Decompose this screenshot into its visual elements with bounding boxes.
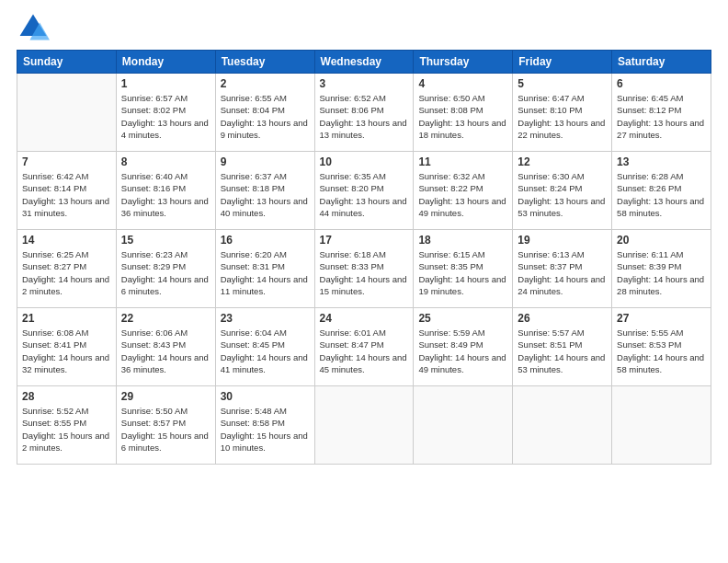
calendar-cell: 10 Sunrise: 6:35 AMSunset: 8:20 PMDaylig… [314, 152, 414, 230]
day-info: Sunrise: 6:18 AMSunset: 8:33 PMDaylight:… [320, 249, 407, 296]
calendar-cell: 5 Sunrise: 6:47 AMSunset: 8:10 PMDayligh… [513, 74, 612, 152]
day-number: 9 [221, 155, 310, 168]
day-info: Sunrise: 6:25 AMSunset: 8:27 PMDaylight:… [22, 249, 109, 296]
day-info: Sunrise: 5:50 AMSunset: 8:57 PMDaylight:… [121, 406, 209, 453]
day-info: Sunrise: 6:28 AMSunset: 8:26 PMDaylight:… [617, 171, 704, 218]
calendar-cell: 23 Sunrise: 6:04 AMSunset: 8:45 PMDaylig… [215, 308, 314, 386]
day-info: Sunrise: 6:08 AMSunset: 8:41 PMDaylight:… [22, 327, 109, 374]
day-info: Sunrise: 6:37 AMSunset: 8:18 PMDaylight:… [221, 171, 308, 218]
day-info: Sunrise: 6:32 AMSunset: 8:22 PMDaylight:… [418, 171, 506, 218]
calendar-week-row: 1 Sunrise: 6:57 AMSunset: 8:02 PMDayligh… [17, 74, 711, 152]
day-header: Friday [513, 51, 612, 74]
day-info: Sunrise: 6:40 AMSunset: 8:16 PMDaylight:… [121, 171, 209, 218]
day-number: 2 [221, 77, 310, 90]
calendar-cell: 1 Sunrise: 6:57 AMSunset: 8:02 PMDayligh… [116, 74, 215, 152]
calendar-cell: 9 Sunrise: 6:37 AMSunset: 8:18 PMDayligh… [215, 152, 314, 230]
calendar-cell: 30 Sunrise: 5:48 AMSunset: 8:58 PMDaylig… [215, 386, 314, 465]
day-info: Sunrise: 6:01 AMSunset: 8:47 PMDaylight:… [320, 327, 407, 374]
calendar-cell: 17 Sunrise: 6:18 AMSunset: 8:33 PMDaylig… [314, 230, 414, 308]
day-number: 20 [617, 234, 706, 247]
day-number: 10 [320, 155, 409, 168]
day-number: 12 [518, 155, 607, 168]
calendar-table: SundayMondayTuesdayWednesdayThursdayFrid… [17, 50, 711, 465]
calendar-cell [314, 386, 414, 465]
day-number: 17 [320, 234, 409, 247]
calendar-cell: 7 Sunrise: 6:42 AMSunset: 8:14 PMDayligh… [17, 152, 117, 230]
day-number: 28 [22, 390, 111, 403]
day-number: 22 [121, 312, 210, 325]
logo-icon [17, 11, 50, 44]
day-info: Sunrise: 6:20 AMSunset: 8:31 PMDaylight:… [221, 249, 308, 296]
day-info: Sunrise: 6:13 AMSunset: 8:37 PMDaylight:… [518, 249, 605, 296]
calendar-header-row: SundayMondayTuesdayWednesdayThursdayFrid… [17, 51, 711, 74]
day-header: Wednesday [314, 51, 414, 74]
calendar-cell: 2 Sunrise: 6:55 AMSunset: 8:04 PMDayligh… [215, 74, 314, 152]
day-info: Sunrise: 6:30 AMSunset: 8:24 PMDaylight:… [518, 171, 605, 218]
calendar-cell: 18 Sunrise: 6:15 AMSunset: 8:35 PMDaylig… [414, 230, 513, 308]
day-number: 21 [22, 312, 111, 325]
calendar-cell [513, 386, 612, 465]
calendar-cell: 20 Sunrise: 6:11 AMSunset: 8:39 PMDaylig… [612, 230, 711, 308]
day-info: Sunrise: 6:06 AMSunset: 8:43 PMDaylight:… [121, 327, 209, 374]
day-number: 19 [518, 234, 607, 247]
page: SundayMondayTuesdayWednesdayThursdayFrid… [0, 0, 728, 563]
calendar-cell: 19 Sunrise: 6:13 AMSunset: 8:37 PMDaylig… [513, 230, 612, 308]
day-info: Sunrise: 6:23 AMSunset: 8:29 PMDaylight:… [121, 249, 209, 296]
day-info: Sunrise: 6:15 AMSunset: 8:35 PMDaylight:… [418, 249, 506, 296]
day-header: Tuesday [215, 51, 314, 74]
day-info: Sunrise: 6:42 AMSunset: 8:14 PMDaylight:… [22, 171, 109, 218]
day-header: Monday [116, 51, 215, 74]
day-info: Sunrise: 5:57 AMSunset: 8:51 PMDaylight:… [518, 327, 605, 374]
calendar-cell [414, 386, 513, 465]
day-info: Sunrise: 5:52 AMSunset: 8:55 PMDaylight:… [22, 406, 109, 453]
day-number: 14 [22, 234, 111, 247]
day-number: 3 [320, 77, 409, 90]
day-info: Sunrise: 6:50 AMSunset: 8:08 PMDaylight:… [418, 93, 506, 140]
day-number: 13 [617, 155, 706, 168]
calendar-cell: 25 Sunrise: 5:59 AMSunset: 8:49 PMDaylig… [414, 308, 513, 386]
calendar-cell: 27 Sunrise: 5:55 AMSunset: 8:53 PMDaylig… [612, 308, 711, 386]
calendar-cell: 29 Sunrise: 5:50 AMSunset: 8:57 PMDaylig… [116, 386, 215, 465]
day-number: 29 [121, 390, 210, 403]
day-number: 8 [121, 155, 210, 168]
day-info: Sunrise: 6:35 AMSunset: 8:20 PMDaylight:… [320, 171, 407, 218]
day-number: 16 [221, 234, 310, 247]
day-number: 26 [518, 312, 607, 325]
day-info: Sunrise: 6:47 AMSunset: 8:10 PMDaylight:… [518, 93, 605, 140]
calendar-cell: 21 Sunrise: 6:08 AMSunset: 8:41 PMDaylig… [17, 308, 117, 386]
calendar-cell: 15 Sunrise: 6:23 AMSunset: 8:29 PMDaylig… [116, 230, 215, 308]
calendar-cell: 16 Sunrise: 6:20 AMSunset: 8:31 PMDaylig… [215, 230, 314, 308]
day-info: Sunrise: 6:04 AMSunset: 8:45 PMDaylight:… [221, 327, 308, 374]
calendar-cell: 11 Sunrise: 6:32 AMSunset: 8:22 PMDaylig… [414, 152, 513, 230]
day-number: 6 [617, 77, 706, 90]
day-header: Sunday [17, 51, 117, 74]
day-number: 15 [121, 234, 210, 247]
calendar-cell [17, 74, 117, 152]
day-number: 25 [418, 312, 507, 325]
calendar-week-row: 7 Sunrise: 6:42 AMSunset: 8:14 PMDayligh… [17, 152, 711, 230]
day-info: Sunrise: 6:11 AMSunset: 8:39 PMDaylight:… [617, 249, 704, 296]
calendar-cell: 4 Sunrise: 6:50 AMSunset: 8:08 PMDayligh… [414, 74, 513, 152]
day-header: Saturday [612, 51, 711, 74]
day-info: Sunrise: 6:52 AMSunset: 8:06 PMDaylight:… [320, 93, 407, 140]
day-number: 4 [418, 77, 507, 90]
day-number: 1 [121, 77, 210, 90]
calendar-cell: 3 Sunrise: 6:52 AMSunset: 8:06 PMDayligh… [314, 74, 414, 152]
day-number: 27 [617, 312, 706, 325]
day-info: Sunrise: 5:55 AMSunset: 8:53 PMDaylight:… [617, 327, 704, 374]
day-number: 18 [418, 234, 507, 247]
calendar-cell: 14 Sunrise: 6:25 AMSunset: 8:27 PMDaylig… [17, 230, 117, 308]
day-header: Thursday [414, 51, 513, 74]
day-number: 24 [320, 312, 409, 325]
day-number: 30 [221, 390, 310, 403]
calendar-cell [612, 386, 711, 465]
calendar-week-row: 14 Sunrise: 6:25 AMSunset: 8:27 PMDaylig… [17, 230, 711, 308]
calendar-cell: 13 Sunrise: 6:28 AMSunset: 8:26 PMDaylig… [612, 152, 711, 230]
calendar-cell: 22 Sunrise: 6:06 AMSunset: 8:43 PMDaylig… [116, 308, 215, 386]
calendar-cell: 24 Sunrise: 6:01 AMSunset: 8:47 PMDaylig… [314, 308, 414, 386]
header [0, 0, 728, 50]
calendar-cell: 6 Sunrise: 6:45 AMSunset: 8:12 PMDayligh… [612, 74, 711, 152]
day-info: Sunrise: 5:59 AMSunset: 8:49 PMDaylight:… [418, 327, 506, 374]
calendar-week-row: 21 Sunrise: 6:08 AMSunset: 8:41 PMDaylig… [17, 308, 711, 386]
day-number: 11 [418, 155, 507, 168]
